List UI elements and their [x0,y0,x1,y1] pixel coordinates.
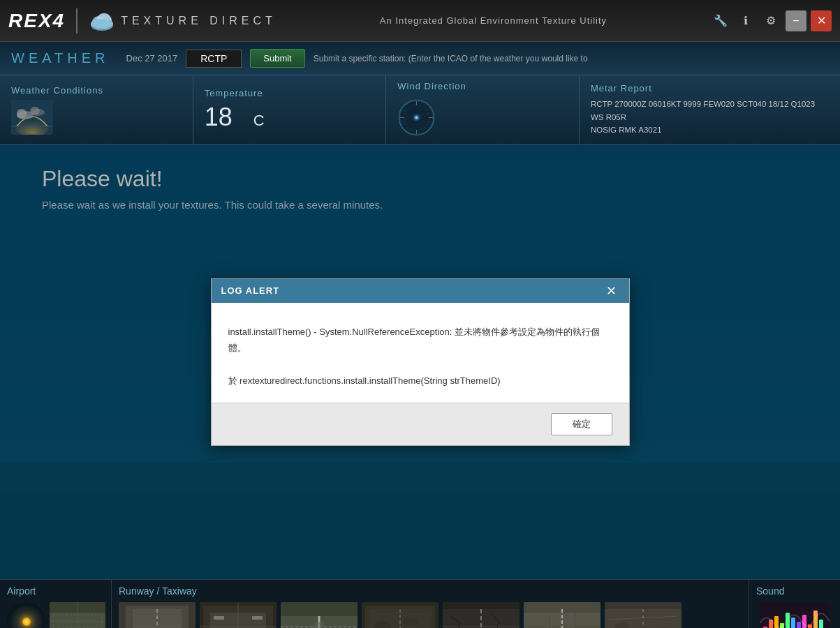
svg-point-7 [17,109,27,119]
minimize-btn[interactable]: − [786,10,806,31]
log-alert-dialog: LOG ALERT ✕ install.installTheme() - Sys… [211,278,630,447]
runway-item-3: Set 01 - Concrete [281,602,358,628]
metar-section: Metar Report RCTP 270000Z 06016KT 9999 F… [580,75,840,144]
svg-point-9 [30,107,40,115]
dialog-overlay: LOG ALERT ✕ install.installTheme() - Sys… [0,145,840,579]
runway-svg-6 [524,602,600,628]
logo-product-name: TEXTURE DIRECT [121,15,277,27]
weather-info-text: Submit a specific station: (Enter the IC… [314,54,829,63]
runway-thumb-3[interactable] [281,602,358,628]
logo-rex: REX4 [8,10,65,32]
svg-point-19 [415,117,418,119]
wind-label: Wind Direction [397,81,568,91]
metar-label: Metar Report [591,83,829,94]
sound-col: Sound [749,580,840,628]
tools-icon-btn[interactable]: 🔧 [710,10,731,31]
temperature-value: 18 C [205,103,375,132]
runway-thumb-4[interactable] [362,602,439,628]
dialog-body: install.installTheme() - System.NullRefe… [212,303,629,403]
runway-thumb-5[interactable] [443,602,520,628]
date-display: Dec 27 2017 [126,53,178,63]
runway-svg-2 [200,602,277,628]
runway-item-6: Set 01 - Concrete [524,602,600,628]
svg-point-52 [404,618,418,626]
info-icon-btn[interactable]: ℹ [735,10,756,31]
runway-thumb-6[interactable] [524,602,600,628]
temperature-section: Temperature 18 C [193,75,387,144]
wind-section: Wind Direction [386,75,580,144]
runway-thumbs: Set 01 - Concrete [119,602,742,628]
svg-point-3 [91,19,113,29]
weather-icon [11,100,53,135]
dialog-footer: 確定 [212,403,629,445]
runway-item-7: Set 01 - Old and Worn [605,602,681,628]
submit-button[interactable]: Submit [250,49,304,68]
runway-section-title: Runway / Taxiway [119,585,742,597]
conditions-row: Weather Conditions [0,75,840,145]
settings-icon-btn[interactable]: ⚙ [760,10,781,31]
airport-section-title: Airport [7,585,104,597]
logo-area: REX4 TEXTURE DIRECT [8,8,277,33]
app-header: REX4 TEXTURE DIRECT An Integrated Global… [0,0,840,42]
weather-bar: WEATHER Dec 27 2017 Submit Submit a spec… [0,42,840,75]
logo-divider [76,8,78,33]
dialog-ok-button[interactable]: 確定 [551,413,612,435]
runway-item-5: Set 01 - Asphalt [443,602,520,628]
dialog-message: install.installTheme() - System.NullRefe… [228,324,612,389]
airport-thumb-concrete[interactable] [50,602,105,628]
close-btn[interactable]: ✕ [811,10,832,31]
airport-concrete-svg [50,602,105,628]
weather-conditions-section: Weather Conditions [0,75,193,144]
dialog-title: LOG ALERT [221,285,280,296]
runway-svg-1 [119,602,196,628]
icao-input[interactable] [186,50,242,68]
metar-text: RCTP 270000Z 06016KT 9999 FEW020 SCT040 … [591,98,829,136]
runway-item-1: Set 01 - Concrete [119,602,196,628]
runway-item-2: Set 01 - Asphalt [200,602,277,628]
runway-svg-3 [281,602,358,628]
temperature-label: Temperature [205,88,375,98]
wind-compass [397,98,436,137]
weather-conditions-label: Weather Conditions [11,85,182,96]
cloud-icon [89,10,115,32]
runway-svg-4 [362,602,439,628]
airport-thumb-light[interactable] [7,602,45,628]
main-content: Please wait! Please wait as we install y… [0,145,840,579]
runway-thumb-1[interactable] [119,602,196,628]
svg-rect-39 [214,616,224,620]
header-icons: 🔧 ℹ ⚙ − ✕ [710,10,832,31]
svg-rect-76 [791,618,795,628]
header-tagline: An Integrated Global Environment Texture… [277,15,710,26]
runway-thumb-2[interactable] [200,602,277,628]
weather-label: WEATHER [11,50,110,66]
dialog-close-button[interactable]: ✕ [603,285,619,297]
runway-item-4: Set 01 - Dirty [362,602,439,628]
dialog-header: LOG ALERT ✕ [212,279,629,303]
sound-thumb[interactable] [760,602,830,628]
runway-col: Runway / Taxiway Set 01 - Concrete [112,580,749,628]
airport-col: Airport Set 01 - 4-Point [0,580,112,628]
runway-thumb-7[interactable] [605,602,681,628]
runway-svg-7 [605,602,681,628]
svg-rect-40 [252,616,263,620]
sound-section-title: Sound [756,585,833,597]
sound-svg [760,602,830,628]
svg-rect-81 [819,620,823,628]
texture-section: Airport Set 01 - 4-Point [0,579,840,628]
runway-svg-5 [443,602,520,628]
svg-rect-77 [797,622,801,628]
